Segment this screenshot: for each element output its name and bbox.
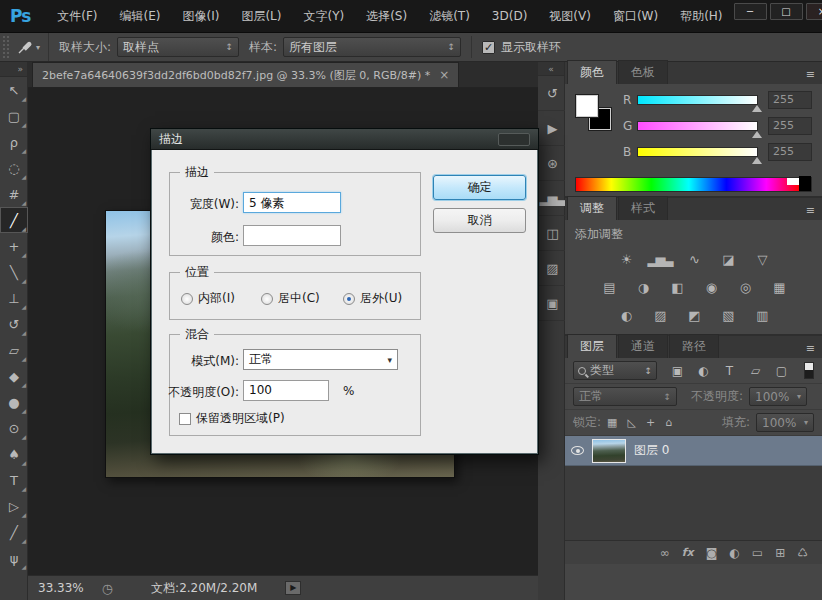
panel-tab[interactable]: 调整 <box>567 196 617 220</box>
show-sampling-ring-checkbox[interactable]: ✓ <box>482 41 495 54</box>
slider-thumb[interactable] <box>752 105 762 112</box>
levels-icon[interactable]: ▂▅▃ <box>647 249 673 269</box>
pixel-filter-icon[interactable]: ▣ <box>669 364 686 378</box>
panel-tab[interactable]: 样式 <box>618 196 668 220</box>
hand-tool[interactable]: ψ ◢ <box>0 545 28 571</box>
quick-selection-tool[interactable]: ◌ ◢ <box>0 155 28 181</box>
sample-size-select[interactable]: 取样点 ↕ <box>117 37 239 57</box>
histogram-panel-icon[interactable]: ▂▅▃ <box>538 181 565 216</box>
zoom-level-field[interactable]: 33.33% <box>38 581 84 595</box>
healing-brush-tool[interactable]: + ◢ <box>0 233 28 259</box>
history-panel-icon[interactable]: ↺ <box>538 76 565 111</box>
filter-toggle-switch[interactable] <box>804 362 814 379</box>
toolbar-expand-icon[interactable]: » <box>0 62 27 77</box>
preserve-transparency-option[interactable]: 保留透明区域(P) <box>179 410 285 427</box>
pen-tool[interactable]: ♠ ◢ <box>0 441 28 467</box>
color-lookup-icon[interactable]: ▦ <box>766 277 792 297</box>
ok-button[interactable]: 确定 <box>433 175 526 200</box>
channel-slider[interactable] <box>637 121 758 131</box>
opacity-field[interactable]: 100% ▾ <box>749 387 807 406</box>
menu-item[interactable]: 文字(Y) <box>292 8 355 25</box>
dialog-close-button[interactable] <box>498 133 530 146</box>
history-brush-tool[interactable]: ↺ ◢ <box>0 311 28 337</box>
maximize-button[interactable]: □ <box>770 3 803 20</box>
foreground-color-swatch[interactable] <box>575 94 599 118</box>
color-spectrum-ramp[interactable] <box>575 177 812 192</box>
vibrance-icon[interactable]: ▽ <box>749 249 775 269</box>
channel-value-field[interactable]: 255 <box>768 91 812 109</box>
posterize-icon[interactable]: ▨ <box>647 305 673 325</box>
radio-icon[interactable] <box>181 293 193 305</box>
hue-saturation-icon[interactable]: ▤ <box>596 277 622 297</box>
adjustment-layer-icon[interactable]: ◐ <box>729 546 739 560</box>
blend-mode-select[interactable]: 正常 ↕ <box>573 387 677 406</box>
adjustment-filter-icon[interactable]: ◐ <box>695 364 712 378</box>
spectrum-white-swatch[interactable] <box>787 178 799 185</box>
blend-mode-combo[interactable]: 正常 ▾ <box>243 349 398 370</box>
dialog-titlebar[interactable]: 描边 <box>151 129 538 150</box>
checkbox-icon[interactable] <box>179 413 191 425</box>
clone-source-panel-icon[interactable]: ▣ <box>538 286 565 321</box>
layer-row[interactable]: 图层 0 <box>565 436 822 466</box>
lasso-tool[interactable]: ρ ◢ <box>0 129 28 155</box>
lock-paint-icon[interactable]: ◺ <box>627 416 635 429</box>
minimize-button[interactable]: ─ <box>734 3 767 20</box>
fill-field[interactable]: 100% ▾ <box>756 413 814 432</box>
panel-menu-icon[interactable]: ≡ <box>806 68 822 84</box>
document-tab[interactable]: 2befe7a64640639f3dd2df6bd0bd82f7.jpg @ 3… <box>32 62 459 87</box>
channel-value-field[interactable]: 255 <box>768 117 812 135</box>
new-layer-icon[interactable]: ⊞ <box>775 546 785 560</box>
channel-slider[interactable] <box>637 147 758 157</box>
panel-tab[interactable]: 图层 <box>567 334 617 358</box>
stroke-color-swatch[interactable] <box>243 225 341 246</box>
type-filter-icon[interactable]: T <box>721 364 738 378</box>
exposure-icon[interactable]: ◪ <box>715 249 741 269</box>
eyedropper-tool[interactable]: ╱ ◢ <box>0 207 28 233</box>
active-tool-button[interactable]: ▾ <box>15 33 49 61</box>
brush-tool[interactable]: ╲ ◢ <box>0 259 28 285</box>
spectrum-black-swatch[interactable] <box>799 176 811 191</box>
link-layers-icon[interactable]: ∞ <box>660 546 670 560</box>
line-tool[interactable]: ╱ ◢ <box>0 519 28 545</box>
photo-filter-icon[interactable]: ◉ <box>698 277 724 297</box>
delete-layer-icon[interactable]: ♺ <box>797 546 808 560</box>
panel-menu-icon[interactable]: ≡ <box>806 342 822 358</box>
threshold-icon[interactable]: ◩ <box>681 305 707 325</box>
gradient-map-icon[interactable]: ▧ <box>715 305 741 325</box>
path-selection-tool[interactable]: ▷ ◢ <box>0 493 28 519</box>
layer-thumbnail[interactable] <box>592 439 626 463</box>
new-group-icon[interactable]: ▭ <box>752 546 763 560</box>
menu-item[interactable]: 图像(I) <box>172 8 231 25</box>
close-button[interactable]: × <box>806 3 822 20</box>
panel-tab[interactable]: 色板 <box>618 60 668 84</box>
layer-styles-icon[interactable]: fx <box>682 546 694 559</box>
selective-color-icon[interactable]: ▥ <box>749 305 775 325</box>
shape-filter-icon[interactable]: ▱ <box>747 364 764 378</box>
menu-item[interactable]: 选择(S) <box>355 8 418 25</box>
crop-tool[interactable]: # ◢ <box>0 181 28 207</box>
navigator-panel-icon[interactable]: ⊛ <box>538 146 565 181</box>
dock-collapse-icon[interactable]: « <box>538 62 564 76</box>
smart-object-filter-icon[interactable]: ▢ <box>773 364 790 378</box>
color-balance-icon[interactable]: ◑ <box>630 277 656 297</box>
clone-stamp-tool[interactable]: ⊥ ◢ <box>0 285 28 311</box>
menu-item[interactable]: 3D(D) <box>481 9 538 23</box>
slider-thumb[interactable] <box>752 131 762 138</box>
menu-item[interactable]: 滤镜(T) <box>418 8 481 25</box>
menu-item[interactable]: 文件(F) <box>46 8 108 25</box>
black-white-icon[interactable]: ◧ <box>664 277 690 297</box>
cancel-button[interactable]: 取消 <box>433 208 526 233</box>
menu-item[interactable]: 编辑(E) <box>109 8 172 25</box>
slider-thumb[interactable] <box>752 157 762 164</box>
panel-tab[interactable]: 颜色 <box>567 60 617 84</box>
filter-type-select[interactable]: 类型 ↕ <box>573 361 657 380</box>
sample-select[interactable]: 所有图层 ↕ <box>283 37 461 57</box>
lock-transparent-icon[interactable]: ▦ <box>607 416 617 429</box>
lock-position-icon[interactable]: + <box>646 416 655 429</box>
radio-icon[interactable] <box>343 293 355 305</box>
radio-icon[interactable] <box>261 293 273 305</box>
menu-item[interactable]: 视图(V) <box>538 8 602 25</box>
layer-mask-icon[interactable]: ◙ <box>706 546 718 560</box>
channel-mixer-icon[interactable]: ◎ <box>732 277 758 297</box>
actions-panel-icon[interactable]: ▶ <box>538 111 565 146</box>
